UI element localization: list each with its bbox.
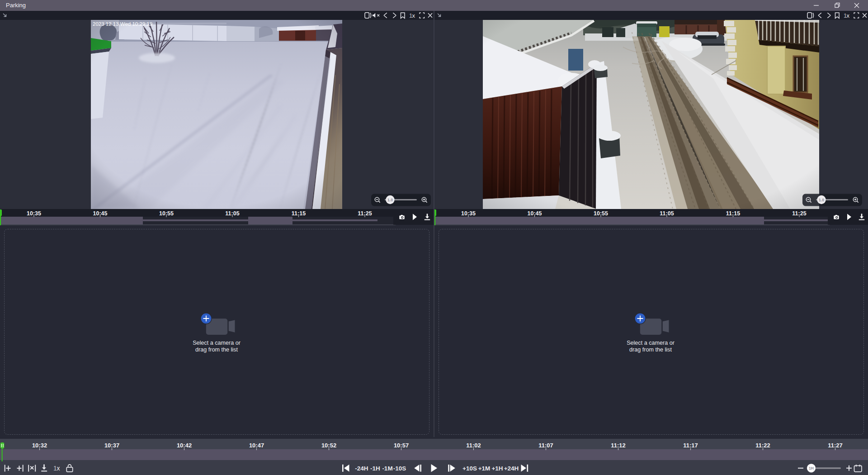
svg-text:-1M: -1M: [382, 465, 392, 472]
svg-text:-24H: -24H: [355, 465, 368, 472]
svg-text:10:52: 10:52: [321, 442, 336, 449]
svg-text:11:12: 11:12: [611, 442, 626, 449]
svg-text:drag from the list: drag from the list: [629, 347, 672, 353]
svg-text:11:07: 11:07: [538, 442, 553, 449]
svg-text:11:05: 11:05: [660, 210, 674, 217]
svg-text:10:32: 10:32: [32, 442, 47, 449]
svg-text:11:05: 11:05: [225, 210, 239, 217]
svg-text:11:25: 11:25: [792, 210, 806, 217]
svg-text:11:27: 11:27: [828, 442, 843, 449]
svg-text:11:02: 11:02: [466, 442, 481, 449]
svg-text:2023 12 13 Wed 10:29:19: 2023 12 13 Wed 10:29:19: [93, 21, 152, 27]
svg-text:10:35: 10:35: [461, 210, 476, 217]
svg-text:11:25: 11:25: [358, 210, 372, 217]
svg-text:drag from the list: drag from the list: [195, 347, 238, 353]
svg-text:11:17: 11:17: [683, 442, 698, 449]
svg-text:+1M: +1M: [478, 465, 491, 472]
svg-text:10:57: 10:57: [394, 442, 409, 449]
svg-text:10:45: 10:45: [528, 210, 542, 217]
svg-text:Select a camera or: Select a camera or: [193, 340, 241, 346]
svg-text:10:37: 10:37: [104, 442, 119, 449]
svg-text:10:55: 10:55: [594, 210, 608, 217]
svg-text:1H: 1H: [809, 466, 814, 470]
svg-text:-10S: -10S: [393, 465, 406, 472]
svg-text:1.0: 1.0: [819, 198, 824, 202]
svg-text:10:55: 10:55: [159, 210, 174, 217]
svg-text:-1H: -1H: [370, 465, 380, 472]
svg-text:10:35: 10:35: [27, 210, 41, 217]
svg-text:10:45: 10:45: [93, 210, 108, 217]
svg-text:10:47: 10:47: [249, 442, 264, 449]
svg-text:+1H: +1H: [491, 465, 503, 472]
svg-text:x: x: [847, 12, 850, 19]
svg-text:+24H: +24H: [504, 465, 519, 472]
svg-text:11:15: 11:15: [726, 210, 740, 217]
svg-text:10:42: 10:42: [177, 442, 192, 449]
svg-text:11:22: 11:22: [755, 442, 770, 449]
svg-text:11:15: 11:15: [292, 210, 306, 217]
svg-text:x: x: [57, 465, 60, 472]
svg-text:+10S: +10S: [462, 465, 477, 472]
svg-text:Select a camera or: Select a camera or: [627, 340, 675, 346]
svg-text:x: x: [412, 12, 415, 19]
svg-text:1.0: 1.0: [387, 198, 393, 202]
